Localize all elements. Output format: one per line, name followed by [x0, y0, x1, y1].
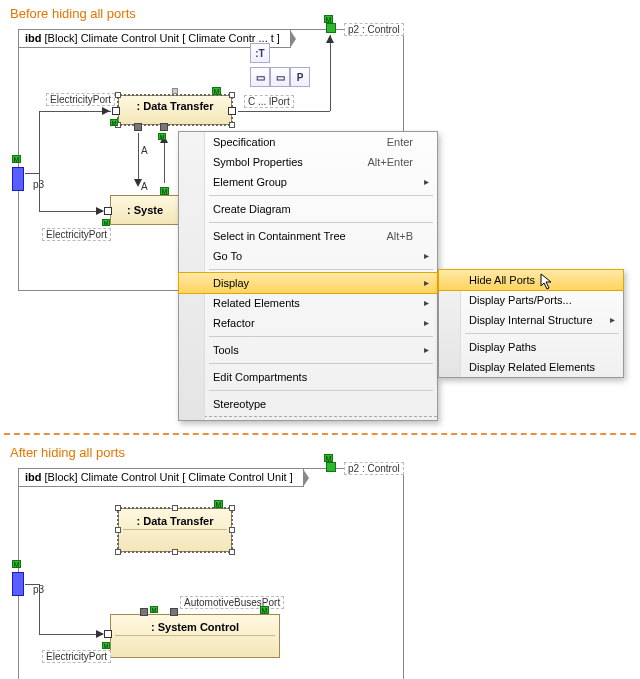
ctx-create-diagram[interactable]: Create Diagram [179, 199, 437, 219]
sc-port-left[interactable] [104, 207, 112, 215]
dt-port-bm-m: M [158, 133, 166, 140]
sc-after-port-left-m: M [102, 642, 110, 649]
block-system-control-before[interactable]: : Syste [110, 195, 180, 225]
port-p2-m: M [324, 15, 333, 23]
ctx-select-tree-label: Select in Containment Tree [213, 230, 346, 242]
frame-view-a: [ Climate Control Unit ] [182, 471, 293, 483]
dt-port-bl[interactable] [134, 123, 142, 131]
ctx-symbol-properties[interactable]: Symbol Properties Alt+Enter [179, 152, 437, 172]
ctx-create-diagram-label: Create Diagram [213, 203, 291, 215]
sc-electricity-label: ElectricityPort [42, 228, 111, 241]
dt-port-left[interactable] [112, 107, 120, 115]
ctx-related-label: Related Elements [213, 297, 300, 309]
port-p3-m: M [12, 155, 21, 163]
dt-after-label: : Data Transfer [136, 515, 213, 527]
ctx-display-label: Display [213, 277, 249, 289]
port-p2[interactable] [326, 23, 336, 33]
ctx-related-elements[interactable]: Related Elements [179, 293, 437, 313]
submenu-display-paths[interactable]: Display Paths [439, 337, 623, 357]
port-p3-after[interactable] [12, 572, 24, 596]
ctx-element-group-label: Element Group [213, 176, 287, 188]
toolbar-p[interactable]: P [290, 67, 310, 87]
dt-electricity-label: ElectricityPort [46, 93, 115, 106]
sc-after-label: : System Control [151, 621, 239, 633]
port-p2-label-after: p2 : Control [344, 462, 404, 475]
ctx-symbol-shortcut: Alt+Enter [367, 156, 413, 168]
frame-name-a: Climate Control Unit [81, 471, 179, 483]
block-system-short-label: : Syste [127, 204, 163, 216]
dt-control-label: C ... lPort [244, 95, 294, 108]
ctx-symbol-label: Symbol Properties [213, 156, 303, 168]
ctx-stereotype[interactable]: Stereotype [179, 394, 437, 414]
context-menu[interactable]: Specification Enter Symbol Properties Al… [178, 131, 438, 421]
sc-after-port-top2[interactable] [170, 608, 178, 616]
frame-prefix-a: ibd [25, 471, 42, 483]
frame-kind: [Block] [45, 32, 78, 44]
ctx-specification[interactable]: Specification Enter [179, 132, 437, 152]
frame-header-after: ibd [Block] Climate Control Unit [ Clima… [19, 469, 304, 487]
ctx-edit-comp-label: Edit Compartments [213, 371, 307, 383]
dt-port-left-m: M [110, 119, 118, 126]
block-data-transfer-label: : Data Transfer [136, 100, 213, 112]
ctx-edit-compartments[interactable]: Edit Compartments [179, 367, 437, 387]
after-canvas: ibd [Block] Climate Control Unit [ Clima… [10, 466, 630, 679]
ctx-goto-label: Go To [213, 250, 242, 262]
block-data-transfer[interactable]: : Data Transfer [118, 95, 232, 125]
dt-port-right[interactable] [228, 107, 236, 115]
submenu-display-related[interactable]: Display Related Elements [439, 357, 623, 377]
ctx-specification-shortcut: Enter [387, 136, 413, 148]
port-p3-label: p3 [30, 179, 47, 190]
submenu-display-internal[interactable]: Display Internal Structure [439, 310, 623, 330]
port-p2-after[interactable] [326, 462, 336, 472]
frame-prefix: ibd [25, 32, 42, 44]
submenu-hide-all-ports[interactable]: Hide All Ports [438, 269, 624, 291]
data-transfer-m: M [212, 87, 221, 95]
ctx-select-tree[interactable]: Select in Containment Tree Alt+B [179, 226, 437, 246]
toolbar-text[interactable]: :T [250, 43, 270, 63]
frame-kind-a: [Block] [45, 471, 78, 483]
ctx-go-to[interactable]: Go To [179, 246, 437, 266]
sc-after-electricity: ElectricityPort [42, 650, 111, 663]
submenu-display-parts-ports[interactable]: Display Parts/Ports... [439, 290, 623, 310]
ctx-specification-label: Specification [213, 136, 275, 148]
port-p3-label-after: p3 [30, 584, 47, 595]
sc-after-m: M [260, 606, 269, 614]
port-p3-m-after: M [12, 560, 21, 568]
sc-after-port-left[interactable] [104, 630, 112, 638]
port-p2-m-after: M [324, 454, 333, 462]
ctx-tools[interactable]: Tools [179, 340, 437, 360]
display-submenu[interactable]: Hide All Ports Display Parts/Ports... Di… [438, 269, 624, 378]
ctx-tools-label: Tools [213, 344, 239, 356]
toolbar-box2[interactable]: ▭ [270, 67, 290, 87]
sc-after-port-top1-m: M [150, 606, 158, 613]
section-divider [4, 433, 636, 435]
block-system-control-after[interactable]: : System Control [110, 614, 280, 658]
mini-toolbar-2: ▭ ▭ P [250, 67, 310, 87]
toolbar-box[interactable]: ▭ [250, 67, 270, 87]
ctx-element-group[interactable]: Element Group [179, 172, 437, 192]
port-p2-label: p2 : Control [344, 23, 404, 36]
port-label-a1: A [138, 145, 151, 156]
ctx-select-tree-shortcut: Alt+B [386, 230, 413, 242]
submenu-hide-all-ports-label: Hide All Ports [469, 274, 535, 286]
dt-after-m: M [214, 500, 223, 508]
submenu-internal-label: Display Internal Structure [469, 314, 593, 326]
submenu-paths-label: Display Paths [469, 341, 536, 353]
sc-port-left-m: M [102, 219, 110, 226]
before-label: Before hiding all ports [0, 0, 640, 25]
block-data-transfer-after[interactable]: : Data Transfer [118, 508, 232, 552]
before-canvas: ibd [Block] Climate Control Unit [ Clima… [10, 27, 630, 427]
ctx-refactor-label: Refactor [213, 317, 255, 329]
system-before-m: M [160, 187, 169, 195]
ctx-display[interactable]: Display [178, 272, 438, 294]
after-label: After hiding all ports [0, 439, 640, 464]
ctx-refactor[interactable]: Refactor [179, 313, 437, 333]
submenu-parts-label: Display Parts/Ports... [469, 294, 572, 306]
port-p3[interactable] [12, 167, 24, 191]
mini-toolbar: :T [250, 43, 270, 63]
ctx-stereotype-label: Stereotype [213, 398, 266, 410]
submenu-related-label: Display Related Elements [469, 361, 595, 373]
frame-name: Climate Control Unit [81, 32, 179, 44]
dt-port-bm[interactable] [160, 123, 168, 131]
sc-after-port-top1[interactable] [140, 608, 148, 616]
